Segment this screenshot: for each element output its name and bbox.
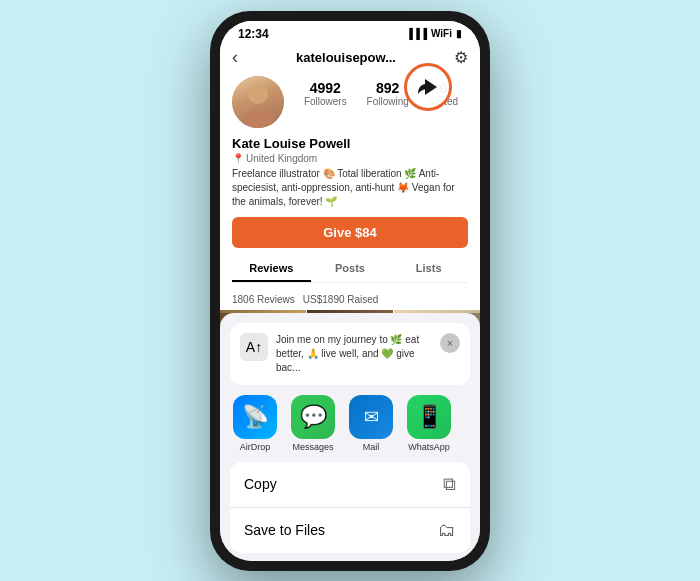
mail-label: Mail <box>363 442 380 452</box>
share-preview-app-icon: A↑ <box>240 333 268 361</box>
share-close-button[interactable]: × <box>440 333 460 353</box>
raised-amount: US$1890 Raised <box>303 294 379 305</box>
profile-name: Kate Louise Powell <box>232 136 468 151</box>
whatsapp-icon: 📱 <box>407 395 451 439</box>
status-bar: 12:34 ▐▐▐ WiFi ▮ <box>220 21 480 43</box>
share-preview-text: Join me on my journey to 🌿 eat better, 🙏… <box>276 333 432 375</box>
following-stat: 892 Following <box>367 80 409 107</box>
folder-icon: 🗂 <box>438 520 456 541</box>
wifi-icon: WiFi <box>431 28 452 39</box>
copy-icon: ⧉ <box>443 474 456 495</box>
location-pin-icon: 📍 <box>232 153 244 164</box>
save-to-files-label: Save to Files <box>244 522 325 538</box>
following-label: Following <box>367 96 409 107</box>
share-app-whatsapp[interactable]: 📱 WhatsApp <box>404 395 454 452</box>
phone-screen: 12:34 ▐▐▐ WiFi ▮ ‹ katelouisepow... ⚙ 4 <box>220 21 480 561</box>
tab-reviews[interactable]: Reviews <box>232 256 311 282</box>
status-time: 12:34 <box>238 27 269 41</box>
reviews-bar: 1806 Reviews US$1890 Raised <box>220 289 480 310</box>
followers-count: 4992 <box>310 80 341 96</box>
followers-stat: 4992 Followers <box>304 80 347 107</box>
tabs-row: Reviews Posts Lists <box>232 256 468 283</box>
share-sheet: A↑ Join me on my journey to 🌿 eat better… <box>220 313 480 561</box>
share-content: A↑ Join me on my journey to 🌿 eat better… <box>220 313 480 561</box>
signal-icon: ▐▐▐ <box>406 28 427 39</box>
share-app-messages[interactable]: 💬 Messages <box>288 395 338 452</box>
avatar <box>232 76 284 128</box>
copy-action[interactable]: Copy ⧉ <box>230 462 470 507</box>
reviews-count: 1806 Reviews <box>232 294 295 305</box>
share-actions: Copy ⧉ Save to Files 🗂 <box>230 462 470 553</box>
airdrop-label: AirDrop <box>240 442 271 452</box>
profile-username: katelouisepow... <box>296 50 396 65</box>
messages-icon: 💬 <box>291 395 335 439</box>
save-to-files-action[interactable]: Save to Files 🗂 <box>230 507 470 553</box>
profile-bio: Freelance illustrator 🎨 Total liberation… <box>232 167 468 209</box>
battery-icon: ▮ <box>456 28 462 39</box>
status-icons: ▐▐▐ WiFi ▮ <box>406 28 462 39</box>
share-app-mail[interactable]: ✉ Mail <box>346 395 396 452</box>
tab-lists[interactable]: Lists <box>389 256 468 282</box>
airdrop-icon: 📡 <box>233 395 277 439</box>
share-app-airdrop[interactable]: 📡 AirDrop <box>230 395 280 452</box>
mail-icon: ✉ <box>349 395 393 439</box>
give-button[interactable]: Give $84 <box>232 217 468 248</box>
copy-label: Copy <box>244 476 277 492</box>
profile-location: 📍 United Kingdom <box>232 153 468 164</box>
followers-label: Followers <box>304 96 347 107</box>
messages-label: Messages <box>292 442 333 452</box>
tab-posts[interactable]: Posts <box>311 256 390 282</box>
following-count: 892 <box>376 80 399 96</box>
whatsapp-label: WhatsApp <box>408 442 450 452</box>
share-button-overlay[interactable] <box>404 63 452 111</box>
settings-icon[interactable]: ⚙ <box>454 48 468 67</box>
share-preview: A↑ Join me on my journey to 🌿 eat better… <box>230 323 470 385</box>
share-apps-row: 📡 AirDrop 💬 Messages ✉ Mail 📱 WhatsApp <box>220 385 480 462</box>
phone-frame: 12:34 ▐▐▐ WiFi ▮ ‹ katelouisepow... ⚙ 4 <box>210 11 490 571</box>
back-button[interactable]: ‹ <box>232 47 238 68</box>
